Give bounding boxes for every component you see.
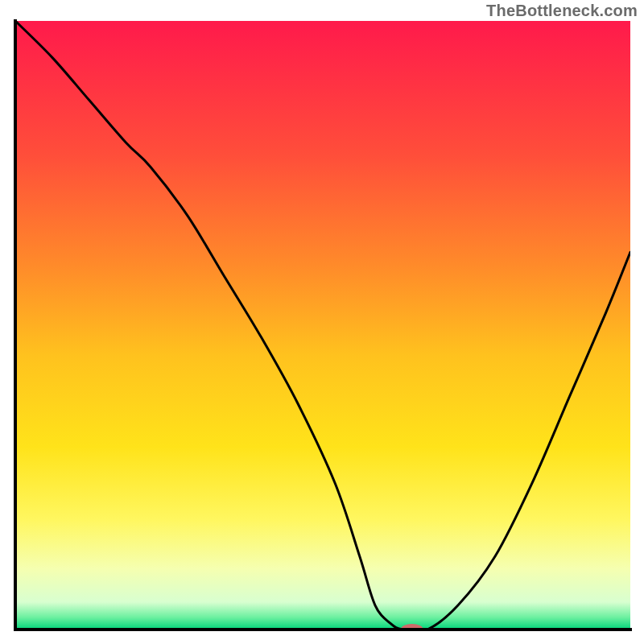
plot-background xyxy=(15,21,630,630)
chart-stage: TheBottleneck.com xyxy=(0,0,644,644)
bottleneck-chart xyxy=(0,0,644,644)
